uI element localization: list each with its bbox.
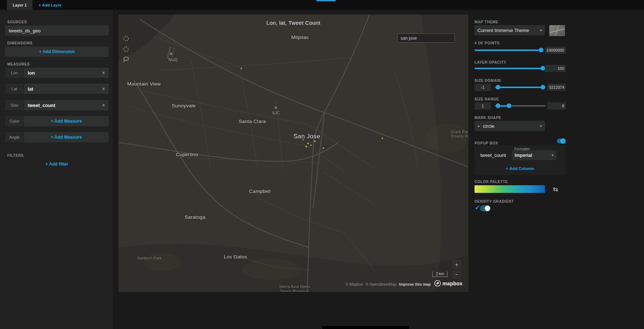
density-gradient-check-icon[interactable]: ✓ <box>475 204 480 211</box>
mapbox-logo-icon <box>434 280 441 287</box>
toggle-knob <box>560 138 566 144</box>
data-point <box>305 146 307 147</box>
add-measure-angle-button[interactable]: + Add Measure <box>24 132 109 142</box>
map-attribution: © Mapbox © OpenStreetMap Improve this ma… <box>346 282 431 286</box>
circle-shape-icon: ● <box>477 124 480 128</box>
num-points-slider[interactable] <box>475 49 543 51</box>
density-gradient-label: DENSITY GRADIENT <box>475 199 514 203</box>
color-palette-bar[interactable] <box>475 185 545 193</box>
size-domain-max-value[interactable]: 5212374 <box>547 84 566 91</box>
map-theme-value: Current Immerse Theme <box>477 28 529 33</box>
chevron-down-icon: ▾ <box>540 28 542 33</box>
chart-title: Lon, lat, Tweet Count <box>118 20 468 26</box>
top-bar: Layer 1 + Add Layer <box>0 0 644 10</box>
mapbox-logo[interactable]: mapbox <box>434 280 462 287</box>
map-search-input[interactable] <box>397 33 455 43</box>
chart-settings-panel: MAP THEME Current Immerse Theme ▾ # OF P… <box>472 10 644 329</box>
mark-shape-select[interactable]: ● circle ▾ <box>475 121 545 131</box>
size-domain-min-value[interactable]: -1 <box>475 84 491 91</box>
layer-opacity-value[interactable]: 100 <box>545 65 566 72</box>
size-domain-slider[interactable] <box>495 87 546 88</box>
measures-label: MEASURES <box>7 62 30 66</box>
source-field[interactable]: tweets_ds_geo <box>5 25 109 36</box>
filters-label: FILTERS <box>7 154 24 158</box>
layer-opacity-label: LAYER OPACITY <box>475 60 506 64</box>
size-range-max-knob[interactable] <box>507 103 511 108</box>
chevron-down-icon: ▾ <box>551 153 554 158</box>
add-dimension-button[interactable]: + Add Dimension <box>5 47 109 57</box>
size-range-max-value[interactable]: 8 <box>547 102 566 110</box>
close-icon[interactable]: × <box>98 68 109 78</box>
zoom-out-button[interactable]: − <box>453 270 461 278</box>
data-point <box>241 68 242 69</box>
slider-fill <box>475 68 543 69</box>
size-range-slider[interactable] <box>495 105 546 107</box>
popup-box-toggle[interactable] <box>557 139 566 143</box>
sources-label: SOURCES <box>7 20 27 24</box>
measure-row-size: Size tweet_count × <box>5 100 109 110</box>
toggle-knob <box>485 206 490 211</box>
measure-key-lon: Lon <box>5 68 24 78</box>
measure-key-color: Color <box>5 116 24 126</box>
immerse-map-editor: Layer 1 + Add Layer SOURCES tweets_ds_ge… <box>0 0 644 329</box>
swap-palette-icon[interactable]: ⇆ <box>553 186 558 193</box>
osm-attribution-link[interactable]: © OpenStreetMap <box>366 282 397 286</box>
tab-layer-1[interactable]: Layer 1 <box>7 0 32 10</box>
polygon-filter-tool[interactable] <box>123 46 129 52</box>
measure-key-lat: Lat <box>5 84 24 94</box>
size-range-label: SIZE RANGE <box>475 97 499 101</box>
formatter-value: Imperial <box>515 153 532 158</box>
progress-indicator <box>316 0 336 1</box>
data-point <box>310 144 312 146</box>
data-point <box>303 139 304 140</box>
measure-value-lat[interactable]: lat <box>24 84 98 94</box>
layer-settings-sidebar: SOURCES tweets_ds_geo DIMENSIONS + Add D… <box>0 10 113 329</box>
data-point <box>307 143 309 144</box>
measure-row-color: Color + Add Measure <box>5 116 109 126</box>
mark-shape-value: circle <box>483 123 495 129</box>
size-range-min-knob[interactable] <box>496 103 500 108</box>
add-layer-button[interactable]: + Add Layer <box>35 0 65 10</box>
dimensions-label: DIMENSIONS <box>7 41 32 45</box>
map-canvas[interactable]: Lon, lat, Tweet Count Milpitas ✈ NUQ Mou… <box>118 15 468 292</box>
map-theme-select[interactable]: Current Immerse Theme ▾ <box>475 25 545 35</box>
measure-key-angle: Angle <box>5 132 24 142</box>
lasso-filter-tool[interactable] <box>123 56 129 63</box>
mapbox-wordmark: mapbox <box>442 281 462 286</box>
measure-row-lat: Lat lat × <box>5 84 109 94</box>
measure-key-size: Size <box>5 100 24 110</box>
mark-shape-label: MARK SHAPE <box>475 116 501 120</box>
formatter-select[interactable]: Imperial ▾ <box>512 150 557 160</box>
measure-value-size[interactable]: tweet_count <box>24 100 98 110</box>
size-range-min-value[interactable]: 1 <box>475 102 491 110</box>
slider-fill <box>475 49 541 51</box>
map-theme-thumbnail <box>549 25 565 36</box>
num-points-slider-knob[interactable] <box>539 48 543 52</box>
size-domain-max-knob[interactable] <box>540 85 545 90</box>
add-measure-color-button[interactable]: + Add Measure <box>24 116 109 126</box>
mapbox-attribution-link[interactable]: © Mapbox <box>346 282 363 286</box>
layer-opacity-slider[interactable] <box>475 68 543 69</box>
zoom-in-button[interactable]: + <box>453 261 461 269</box>
add-filter-button[interactable]: + Add filter <box>5 162 109 167</box>
popup-column-name[interactable]: tweet_count <box>480 152 506 158</box>
popup-box-panel: Formatter tweet_count Imperial ▾ + Add C… <box>475 145 566 175</box>
measure-value-lon[interactable]: lon <box>24 68 98 78</box>
slider-fill <box>498 87 543 88</box>
add-column-button[interactable]: + Add Column <box>475 166 566 171</box>
num-points-value[interactable]: 10000000 <box>545 47 566 54</box>
measure-row-angle: Angle + Add Measure <box>5 132 109 142</box>
data-point <box>323 147 324 149</box>
num-points-label: # OF POINTS <box>475 41 500 45</box>
improve-map-link[interactable]: Improve this map <box>399 282 431 286</box>
chevron-down-icon: ▾ <box>540 124 542 128</box>
data-point <box>314 140 316 142</box>
size-domain-min-knob[interactable] <box>496 85 500 90</box>
close-icon[interactable]: × <box>98 100 109 110</box>
map-theme-label: MAP THEME <box>475 20 498 24</box>
close-icon[interactable]: × <box>98 84 109 94</box>
density-gradient-toggle[interactable] <box>480 205 491 211</box>
data-point <box>382 138 383 139</box>
popup-box-label: POPUP BOX <box>475 141 498 145</box>
circle-filter-tool[interactable] <box>123 35 129 42</box>
